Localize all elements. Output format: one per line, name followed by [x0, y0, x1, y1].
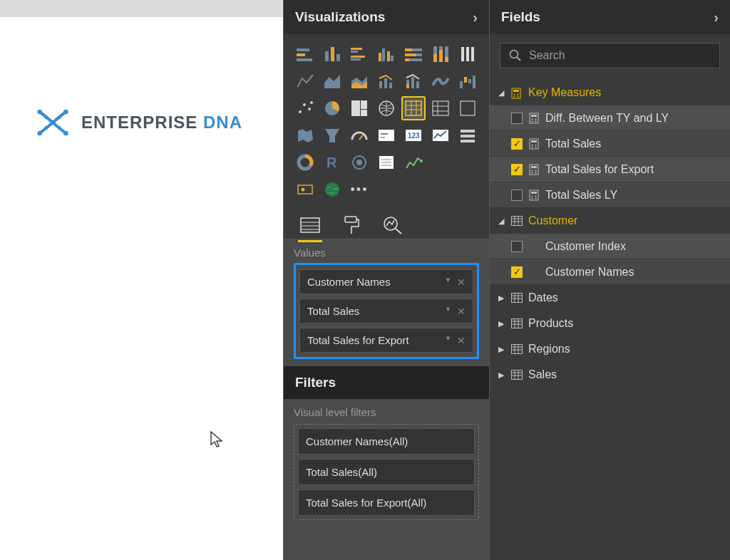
fields-panel-header[interactable]: Fields › — [490, 0, 730, 34]
chevron-down-icon[interactable]: ▼ — [445, 306, 451, 317]
line-chart-icon[interactable] — [294, 70, 317, 93]
filter-pill[interactable]: Total Sales for Export(All) — [298, 489, 475, 516]
value-pill[interactable]: Customer Names▼✕ — [299, 269, 473, 294]
chevron-right-icon[interactable]: › — [714, 9, 719, 26]
svg-point-101 — [514, 94, 515, 95]
svg-rect-94 — [345, 217, 356, 222]
kpi-icon[interactable] — [429, 124, 452, 147]
blank-visual-icon[interactable] — [456, 97, 479, 120]
hundred-column-icon[interactable] — [456, 43, 479, 66]
svg-rect-106 — [531, 115, 537, 117]
svg-rect-16 — [351, 51, 358, 53]
checkbox[interactable] — [511, 241, 523, 252]
chevron-right-icon[interactable]: › — [473, 9, 478, 26]
custom-visual-1-icon[interactable] — [348, 151, 371, 174]
fields-group[interactable]: ▶Regions — [490, 336, 730, 362]
analytics-tab[interactable] — [381, 213, 405, 237]
field-row[interactable]: Total Sales LY — [490, 182, 730, 208]
visualizations-title: Visualizations — [295, 9, 385, 25]
table-icon — [511, 344, 523, 354]
fields-search-input[interactable] — [529, 49, 711, 62]
stacked-column-100-icon[interactable] — [429, 43, 452, 66]
field-row[interactable]: ✓Total Sales — [490, 131, 730, 157]
fields-group[interactable]: ▶Dates — [490, 285, 730, 311]
map-icon[interactable] — [375, 97, 398, 120]
value-pill[interactable]: Total Sales▼✕ — [299, 299, 473, 323]
r-visual-icon[interactable]: R — [321, 151, 344, 174]
slicer-icon[interactable] — [456, 124, 479, 147]
checkbox[interactable]: ✓ — [511, 266, 523, 278]
stacked-bar-100-icon[interactable] — [402, 43, 425, 66]
stacked-bar-icon[interactable] — [294, 43, 317, 66]
clustered-column-icon[interactable] — [375, 43, 398, 66]
scatter-icon[interactable] — [294, 97, 317, 120]
stacked-column-icon[interactable] — [321, 43, 344, 66]
gauge-icon[interactable] — [348, 124, 371, 147]
area-chart-icon[interactable] — [321, 70, 344, 93]
svg-text:R: R — [327, 155, 337, 170]
field-row[interactable]: Diff. Between TY and LY — [490, 105, 730, 131]
checkbox[interactable] — [511, 113, 523, 124]
svg-point-52 — [310, 101, 313, 104]
field-row[interactable]: ✓Total Sales for Export — [490, 157, 730, 182]
arcgis-globe-icon[interactable] — [321, 178, 344, 201]
fields-group[interactable]: ▶Sales — [490, 362, 730, 388]
remove-icon[interactable]: ✕ — [457, 306, 466, 317]
treemap-icon[interactable] — [348, 97, 371, 120]
remove-icon[interactable]: ✕ — [457, 276, 466, 288]
filter-pill[interactable]: Customer Names(All) — [298, 428, 475, 455]
combo-chart-icon[interactable] — [375, 70, 398, 93]
checkbox[interactable] — [511, 190, 523, 201]
combo-stacked-icon[interactable] — [402, 70, 425, 93]
value-pill[interactable]: Total Sales for Export▼✕ — [299, 328, 473, 353]
fields-tab[interactable] — [298, 213, 322, 237]
report-canvas-page[interactable]: ENTERPRISE DNA — [0, 17, 283, 560]
checkbox[interactable]: ✓ — [511, 164, 523, 175]
svg-point-120 — [535, 170, 537, 171]
chevron-down-icon[interactable]: ▼ — [445, 335, 451, 346]
field-row[interactable]: ✓Customer Names — [490, 259, 730, 285]
caret-expanded-icon: ◢ — [497, 217, 505, 226]
donut-icon[interactable] — [294, 151, 317, 174]
fields-group[interactable]: ▶Products — [490, 311, 730, 336]
custom-visual-2-icon[interactable] — [375, 151, 398, 174]
fields-group[interactable]: ◢Customer — [490, 208, 730, 234]
filled-map-icon[interactable] — [294, 124, 317, 147]
measure-icon — [528, 164, 540, 175]
format-tab[interactable] — [339, 213, 364, 237]
svg-point-3 — [63, 131, 68, 136]
table-visual-icon[interactable] — [402, 97, 425, 120]
field-row[interactable]: Customer Index — [490, 234, 730, 259]
funnel-icon[interactable] — [321, 124, 344, 147]
ribbon-chart-icon[interactable] — [429, 70, 452, 93]
enterprise-dna-logo: ENTERPRISE DNA — [34, 108, 242, 137]
multi-card-icon[interactable]: 123 — [402, 124, 425, 147]
checkbox[interactable]: ✓ — [511, 138, 523, 150]
svg-point-49 — [299, 110, 302, 113]
matrix-icon[interactable] — [429, 97, 452, 120]
visualizations-panel-header[interactable]: Visualizations › — [284, 0, 489, 34]
custom-visual-3-icon[interactable] — [402, 151, 425, 174]
filters-header[interactable]: Filters — [284, 366, 489, 399]
fields-group[interactable]: ◢Key Measures — [490, 80, 730, 105]
svg-point-50 — [303, 103, 306, 106]
svg-rect-11 — [297, 58, 312, 61]
more-visuals-icon[interactable]: ••• — [348, 178, 371, 201]
chevron-down-icon[interactable]: ▼ — [445, 276, 451, 288]
visual-filters-well[interactable]: Customer Names(All)Total Sales(All)Total… — [294, 424, 479, 520]
svg-rect-39 — [384, 78, 387, 88]
pie-chart-icon[interactable] — [321, 97, 344, 120]
filter-pill[interactable]: Total Sales(All) — [298, 459, 475, 485]
svg-rect-22 — [391, 56, 394, 61]
values-well[interactable]: Customer Names▼✕Total Sales▼✕Total Sales… — [294, 263, 479, 359]
fields-search-box[interactable] — [500, 43, 720, 68]
svg-rect-149 — [512, 370, 523, 380]
remove-icon[interactable]: ✕ — [457, 335, 466, 346]
clustered-bar-icon[interactable] — [348, 43, 371, 66]
custom-visual-4-icon[interactable] — [294, 178, 317, 201]
svg-point-125 — [532, 195, 533, 197]
stacked-area-icon[interactable] — [348, 70, 371, 93]
waterfall-icon[interactable] — [456, 70, 479, 93]
svg-point-114 — [535, 144, 537, 145]
card-icon[interactable] — [375, 124, 398, 147]
